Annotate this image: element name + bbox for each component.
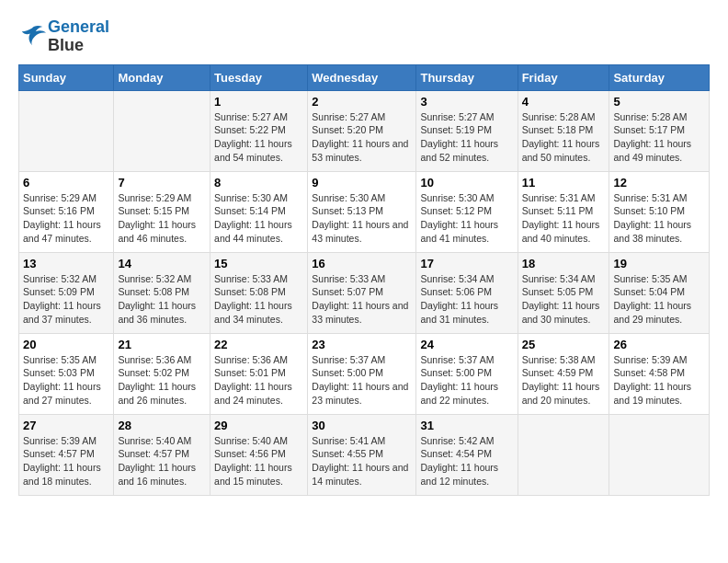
calendar-cell: 1Sunrise: 5:27 AMSunset: 5:22 PMDaylight…	[210, 90, 308, 171]
calendar-cell: 15Sunrise: 5:33 AMSunset: 5:08 PMDayligh…	[210, 252, 308, 333]
day-number: 20	[23, 338, 109, 351]
week-row-1: 1Sunrise: 5:27 AMSunset: 5:22 PMDaylight…	[19, 90, 710, 171]
day-number: 6	[23, 176, 109, 190]
cell-info: Sunrise: 5:28 AMSunset: 5:17 PMDaylight:…	[613, 110, 705, 165]
header-sunday: Sunday	[19, 64, 114, 90]
calendar-cell: 2Sunrise: 5:27 AMSunset: 5:20 PMDaylight…	[308, 90, 416, 171]
day-number: 19	[613, 257, 705, 270]
cell-info: Sunrise: 5:39 AMSunset: 4:58 PMDaylight:…	[613, 353, 705, 408]
day-number: 14	[118, 257, 206, 270]
calendar-table: SundayMondayTuesdayWednesdayThursdayFrid…	[18, 64, 710, 496]
calendar-cell: 29Sunrise: 5:40 AMSunset: 4:56 PMDayligh…	[210, 414, 308, 495]
cell-info: Sunrise: 5:31 AMSunset: 5:10 PMDaylight:…	[613, 191, 705, 246]
day-number: 4	[522, 95, 606, 109]
day-number: 9	[312, 176, 412, 190]
cell-info: Sunrise: 5:33 AMSunset: 5:08 PMDaylight:…	[214, 272, 303, 327]
day-number: 30	[312, 419, 412, 432]
calendar-cell: 17Sunrise: 5:34 AMSunset: 5:06 PMDayligh…	[416, 252, 518, 333]
cell-info: Sunrise: 5:34 AMSunset: 5:06 PMDaylight:…	[420, 272, 513, 327]
calendar-cell: 23Sunrise: 5:37 AMSunset: 5:00 PMDayligh…	[308, 333, 416, 414]
calendar-cell: 22Sunrise: 5:36 AMSunset: 5:01 PMDayligh…	[210, 333, 308, 414]
day-number: 5	[613, 95, 705, 109]
cell-info: Sunrise: 5:35 AMSunset: 5:04 PMDaylight:…	[613, 272, 705, 327]
day-number: 2	[312, 95, 412, 109]
cell-info: Sunrise: 5:33 AMSunset: 5:07 PMDaylight:…	[312, 272, 412, 327]
day-number: 27	[23, 419, 109, 432]
calendar-cell	[609, 414, 710, 495]
calendar-cell: 4Sunrise: 5:28 AMSunset: 5:18 PMDaylight…	[518, 90, 609, 171]
day-number: 16	[312, 257, 412, 270]
day-number: 28	[118, 419, 206, 432]
calendar-cell: 7Sunrise: 5:29 AMSunset: 5:15 PMDaylight…	[114, 171, 210, 252]
day-number: 8	[214, 176, 303, 190]
cell-info: Sunrise: 5:27 AMSunset: 5:19 PMDaylight:…	[420, 110, 513, 165]
header-thursday: Thursday	[416, 64, 518, 90]
cell-info: Sunrise: 5:32 AMSunset: 5:08 PMDaylight:…	[118, 272, 206, 327]
calendar-cell: 25Sunrise: 5:38 AMSunset: 4:59 PMDayligh…	[518, 333, 609, 414]
calendar-cell: 11Sunrise: 5:31 AMSunset: 5:11 PMDayligh…	[518, 171, 609, 252]
calendar-cell: 26Sunrise: 5:39 AMSunset: 4:58 PMDayligh…	[609, 333, 710, 414]
calendar-cell: 21Sunrise: 5:36 AMSunset: 5:02 PMDayligh…	[114, 333, 210, 414]
day-number: 7	[118, 176, 206, 190]
logo-text: GeneralBlue	[48, 18, 109, 55]
week-row-5: 27Sunrise: 5:39 AMSunset: 4:57 PMDayligh…	[19, 414, 710, 495]
cell-info: Sunrise: 5:41 AMSunset: 4:55 PMDaylight:…	[312, 434, 412, 488]
calendar-cell: 8Sunrise: 5:30 AMSunset: 5:14 PMDaylight…	[210, 171, 308, 252]
calendar-cell: 13Sunrise: 5:32 AMSunset: 5:09 PMDayligh…	[19, 252, 114, 333]
calendar-cell: 10Sunrise: 5:30 AMSunset: 5:12 PMDayligh…	[416, 171, 518, 252]
calendar-cell: 20Sunrise: 5:35 AMSunset: 5:03 PMDayligh…	[19, 333, 114, 414]
cell-info: Sunrise: 5:31 AMSunset: 5:11 PMDaylight:…	[522, 191, 606, 246]
cell-info: Sunrise: 5:29 AMSunset: 5:16 PMDaylight:…	[23, 191, 109, 246]
cell-info: Sunrise: 5:27 AMSunset: 5:20 PMDaylight:…	[312, 110, 412, 165]
cell-info: Sunrise: 5:42 AMSunset: 4:54 PMDaylight:…	[420, 434, 513, 488]
header-wednesday: Wednesday	[308, 64, 416, 90]
day-number: 24	[420, 338, 513, 351]
week-row-2: 6Sunrise: 5:29 AMSunset: 5:16 PMDaylight…	[19, 171, 710, 252]
day-number: 29	[214, 419, 303, 432]
cell-info: Sunrise: 5:30 AMSunset: 5:13 PMDaylight:…	[312, 191, 412, 246]
day-number: 23	[312, 338, 412, 351]
calendar-cell: 27Sunrise: 5:39 AMSunset: 4:57 PMDayligh…	[19, 414, 114, 495]
cell-info: Sunrise: 5:37 AMSunset: 5:00 PMDaylight:…	[420, 353, 513, 408]
logo-bird-icon	[18, 24, 46, 46]
day-number: 1	[214, 95, 303, 109]
day-number: 12	[613, 176, 705, 190]
cell-info: Sunrise: 5:40 AMSunset: 4:56 PMDaylight:…	[214, 434, 303, 488]
calendar-cell: 16Sunrise: 5:33 AMSunset: 5:07 PMDayligh…	[308, 252, 416, 333]
day-number: 15	[214, 257, 303, 270]
header-friday: Friday	[518, 64, 609, 90]
day-number: 10	[420, 176, 513, 190]
calendar-cell: 30Sunrise: 5:41 AMSunset: 4:55 PMDayligh…	[308, 414, 416, 495]
header-saturday: Saturday	[609, 64, 710, 90]
calendar-cell: 19Sunrise: 5:35 AMSunset: 5:04 PMDayligh…	[609, 252, 710, 333]
cell-info: Sunrise: 5:34 AMSunset: 5:05 PMDaylight:…	[522, 272, 606, 327]
cell-info: Sunrise: 5:29 AMSunset: 5:15 PMDaylight:…	[118, 191, 206, 246]
day-number: 11	[522, 176, 606, 190]
calendar-cell	[19, 90, 114, 171]
header-monday: Monday	[114, 64, 210, 90]
cell-info: Sunrise: 5:35 AMSunset: 5:03 PMDaylight:…	[23, 353, 109, 408]
page-header: GeneralBlue	[18, 18, 710, 55]
calendar-cell: 5Sunrise: 5:28 AMSunset: 5:17 PMDaylight…	[609, 90, 710, 171]
calendar-cell	[114, 90, 210, 171]
day-number: 3	[420, 95, 513, 109]
cell-info: Sunrise: 5:38 AMSunset: 4:59 PMDaylight:…	[522, 353, 606, 408]
header-tuesday: Tuesday	[210, 64, 308, 90]
week-row-4: 20Sunrise: 5:35 AMSunset: 5:03 PMDayligh…	[19, 333, 710, 414]
calendar-cell	[518, 414, 609, 495]
day-number: 13	[23, 257, 109, 270]
calendar-cell: 3Sunrise: 5:27 AMSunset: 5:19 PMDaylight…	[416, 90, 518, 171]
logo: GeneralBlue	[18, 18, 109, 55]
day-number: 21	[118, 338, 206, 351]
day-number: 25	[522, 338, 606, 351]
day-number: 31	[420, 419, 513, 432]
calendar-cell: 31Sunrise: 5:42 AMSunset: 4:54 PMDayligh…	[416, 414, 518, 495]
calendar-cell: 12Sunrise: 5:31 AMSunset: 5:10 PMDayligh…	[609, 171, 710, 252]
calendar-cell: 9Sunrise: 5:30 AMSunset: 5:13 PMDaylight…	[308, 171, 416, 252]
cell-info: Sunrise: 5:39 AMSunset: 4:57 PMDaylight:…	[23, 434, 109, 488]
day-number: 17	[420, 257, 513, 270]
cell-info: Sunrise: 5:36 AMSunset: 5:01 PMDaylight:…	[214, 353, 303, 408]
calendar-cell: 18Sunrise: 5:34 AMSunset: 5:05 PMDayligh…	[518, 252, 609, 333]
cell-info: Sunrise: 5:32 AMSunset: 5:09 PMDaylight:…	[23, 272, 109, 327]
cell-info: Sunrise: 5:30 AMSunset: 5:14 PMDaylight:…	[214, 191, 303, 246]
